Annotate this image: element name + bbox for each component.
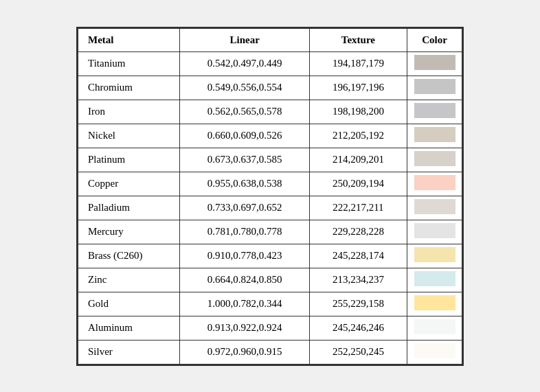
- color-swatch: [414, 343, 455, 358]
- color-swatch: [414, 151, 455, 166]
- cell-color: [407, 51, 462, 76]
- cell-texture: 194,187,179: [309, 51, 407, 76]
- cell-texture: 252,250,245: [309, 340, 407, 364]
- color-swatch: [414, 175, 455, 190]
- color-swatch: [414, 79, 455, 94]
- cell-linear: 0.733,0.697,0.652: [180, 196, 309, 220]
- cell-color: [407, 220, 462, 244]
- cell-metal: Silver: [78, 340, 180, 364]
- cell-color: [407, 124, 462, 148]
- cell-linear: 1.000,0.782,0.344: [180, 292, 309, 316]
- color-swatch: [414, 223, 455, 238]
- cell-linear: 0.542,0.497,0.449: [180, 51, 309, 76]
- cell-linear: 0.660,0.609,0.526: [180, 124, 309, 148]
- cell-metal: Aluminum: [78, 316, 180, 340]
- color-swatch: [414, 295, 455, 310]
- cell-metal: Iron: [78, 100, 180, 124]
- cell-color: [407, 340, 462, 364]
- table-row: Nickel0.660,0.609,0.526212,205,192: [78, 124, 462, 148]
- table-row: Titanium0.542,0.497,0.449194,187,179: [78, 51, 462, 76]
- cell-linear: 0.549,0.556,0.554: [180, 76, 309, 100]
- cell-linear: 0.910,0.778,0.423: [180, 244, 309, 268]
- color-swatch: [414, 319, 455, 334]
- color-swatch: [414, 199, 455, 214]
- cell-linear: 0.664,0.824,0.850: [180, 268, 309, 292]
- metals-table-wrapper: Metal Linear Texture Color Titanium0.542…: [76, 27, 464, 366]
- cell-linear: 0.562,0.565,0.578: [180, 100, 309, 124]
- cell-texture: 222,217,211: [309, 196, 407, 220]
- cell-texture: 245,246,246: [309, 316, 407, 340]
- cell-metal: Nickel: [78, 124, 180, 148]
- header-linear: Linear: [180, 28, 309, 51]
- cell-color: [407, 148, 462, 172]
- table-row: Copper0.955,0.638,0.538250,209,194: [78, 172, 462, 196]
- table-row: Brass (C260)0.910,0.778,0.423245,228,174: [78, 244, 462, 268]
- cell-metal: Chromium: [78, 76, 180, 100]
- cell-texture: 198,198,200: [309, 100, 407, 124]
- header-texture: Texture: [309, 28, 407, 51]
- table-row: Chromium0.549,0.556,0.554196,197,196: [78, 76, 462, 100]
- table-row: Aluminum0.913,0.922,0.924245,246,246: [78, 316, 462, 340]
- cell-color: [407, 316, 462, 340]
- cell-linear: 0.781,0.780,0.778: [180, 220, 309, 244]
- table-row: Zinc0.664,0.824,0.850213,234,237: [78, 268, 462, 292]
- color-swatch: [414, 103, 455, 118]
- cell-color: [407, 100, 462, 124]
- cell-color: [407, 76, 462, 100]
- header-color: Color: [407, 28, 462, 51]
- cell-metal: Mercury: [78, 220, 180, 244]
- cell-color: [407, 268, 462, 292]
- color-swatch: [414, 127, 455, 142]
- cell-color: [407, 244, 462, 268]
- table-row: Gold1.000,0.782,0.344255,229,158: [78, 292, 462, 316]
- table-row: Mercury0.781,0.780,0.778229,228,228: [78, 220, 462, 244]
- cell-metal: Zinc: [78, 268, 180, 292]
- table-row: Palladium0.733,0.697,0.652222,217,211: [78, 196, 462, 220]
- cell-linear: 0.955,0.638,0.538: [180, 172, 309, 196]
- cell-linear: 0.972,0.960,0.915: [180, 340, 309, 364]
- table-row: Iron0.562,0.565,0.578198,198,200: [78, 100, 462, 124]
- cell-metal: Copper: [78, 172, 180, 196]
- cell-texture: 245,228,174: [309, 244, 407, 268]
- cell-color: [407, 196, 462, 220]
- cell-texture: 212,205,192: [309, 124, 407, 148]
- cell-metal: Brass (C260): [78, 244, 180, 268]
- cell-metal: Gold: [78, 292, 180, 316]
- color-swatch: [414, 55, 455, 70]
- table-row: Platinum0.673,0.637,0.585214,209,201: [78, 148, 462, 172]
- cell-linear: 0.673,0.637,0.585: [180, 148, 309, 172]
- cell-texture: 214,209,201: [309, 148, 407, 172]
- header-metal: Metal: [78, 28, 180, 51]
- cell-texture: 255,229,158: [309, 292, 407, 316]
- cell-texture: 229,228,228: [309, 220, 407, 244]
- cell-metal: Palladium: [78, 196, 180, 220]
- metals-table: Metal Linear Texture Color Titanium0.542…: [78, 28, 462, 365]
- cell-metal: Platinum: [78, 148, 180, 172]
- cell-color: [407, 292, 462, 316]
- cell-color: [407, 172, 462, 196]
- cell-metal: Titanium: [78, 51, 180, 76]
- color-swatch: [414, 247, 455, 262]
- cell-linear: 0.913,0.922,0.924: [180, 316, 309, 340]
- table-header-row: Metal Linear Texture Color: [78, 28, 462, 51]
- table-row: Silver0.972,0.960,0.915252,250,245: [78, 340, 462, 364]
- color-swatch: [414, 271, 455, 286]
- cell-texture: 196,197,196: [309, 76, 407, 100]
- cell-texture: 250,209,194: [309, 172, 407, 196]
- cell-texture: 213,234,237: [309, 268, 407, 292]
